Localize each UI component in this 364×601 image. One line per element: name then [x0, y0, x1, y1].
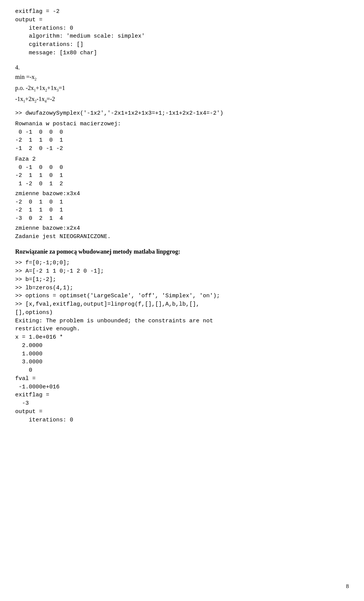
rownania-label: Rownania w postaci macierzowej: — [15, 120, 349, 128]
math-expression-1: min =-x2 — [15, 73, 349, 82]
section-number: 4. — [15, 64, 349, 71]
zmienne-1: zmienne bazowe:x3x4 — [15, 190, 349, 198]
page-content: exitflag = -2 output = iterations: 0 alg… — [15, 8, 349, 424]
matlab-command-1: >> dwufazowySymplex('-1x2','-2x1+1x2+1x3… — [15, 109, 349, 118]
code-block-top: exitflag = -2 output = iterations: 0 alg… — [15, 8, 349, 57]
matrix-1: 0 -1 0 0 0 -2 1 1 0 1 -1 2 0 -1 -2 — [15, 128, 349, 153]
math-expression-2: p.o. -2x1+1x2+1x3=1 — [15, 84, 349, 93]
zadanie-text: Zadanie jest NIEOGRANICZONE. — [15, 233, 349, 241]
math-expression-3: -1x1+2x2-1x4=-2 — [15, 95, 349, 104]
matrix-3: -2 0 1 0 1 -2 1 1 0 1 -3 0 2 1 4 — [15, 198, 349, 223]
page-number: 8 — [346, 583, 349, 590]
zmienne-2: zmienne bazowe:x2x4 — [15, 224, 349, 233]
matrix-2: 0 -1 0 0 0 -2 1 1 0 1 1 -2 0 1 2 — [15, 164, 349, 188]
faza-label: Faza 2 — [15, 155, 349, 164]
linprog-code: >> f=[0;-1;0;0]; >> A=[-2 1 1 0;-1 2 0 -… — [15, 259, 349, 424]
linprog-heading: Rozwiązanie za pomocą wbudowanej metody … — [15, 248, 349, 255]
